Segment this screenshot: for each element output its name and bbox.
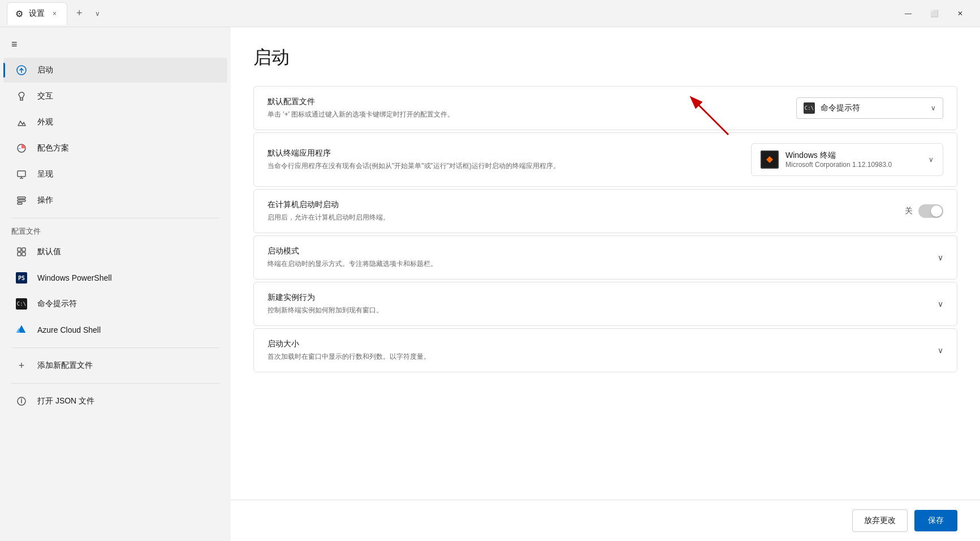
launch-size-text: 启动大小 首次加载时在窗口中显示的行数和列数。以字符度量。 [267, 339, 938, 362]
sidebar-add-profile-label: 添加新配置文件 [37, 360, 93, 371]
close-window-button[interactable]: ✕ [947, 5, 973, 23]
appearance-icon [15, 115, 28, 129]
sidebar-item-appearance[interactable]: 外观 [3, 110, 227, 135]
restore-button[interactable]: ⬜ [921, 5, 947, 23]
sidebar-powershell-label: Windows PowerShell [37, 273, 112, 282]
sidebar-divider-3 [11, 383, 219, 384]
powershell-icon: PS [15, 271, 28, 285]
add-tab-button[interactable]: + [72, 5, 87, 22]
dropdown-cmd-icon: C:\ [804, 102, 815, 114]
svg-rect-14 [22, 248, 25, 251]
close-tab-button[interactable]: × [50, 8, 59, 19]
sidebar-item-startup[interactable]: 启动 [3, 58, 227, 83]
tab-dropdown-button[interactable]: ∨ [92, 7, 103, 20]
default-app-desc: 当命令行应用程序在没有现有会话(例如从"开始菜单"或"运行"对话框)运行时启动的… [267, 161, 751, 171]
launch-mode-chevron-icon: ∨ [938, 253, 943, 262]
default-profile-desc: 单击 '+' 图标或通过键入新的选项卡键绑定时打开的配置文件。 [267, 109, 796, 119]
app-name: Windows 终端 [785, 151, 922, 161]
minimize-button[interactable]: — [895, 5, 921, 23]
sidebar-item-defaults[interactable]: 默认值 [3, 239, 227, 264]
startup-toggle[interactable] [918, 204, 943, 218]
toggle-knob [931, 205, 942, 217]
interact-icon [15, 89, 28, 103]
sidebar-item-render[interactable]: 呈现 [3, 162, 227, 187]
sidebar-colorscheme-label: 配色方案 [37, 143, 69, 153]
launch-mode-header[interactable]: 启动模式 终端在启动时的显示方式。专注将隐藏选项卡和标题栏。 ∨ [254, 236, 957, 279]
launch-size-desc: 首次加载时在窗口中显示的行数和列数。以字符度量。 [267, 351, 938, 362]
new-instance-card: 新建实例行为 控制新终端实例如何附加到现有窗口。 ∨ [253, 282, 957, 326]
launch-on-startup-text: 在计算机启动时启动 启用后，允许在计算机启动时启用终端。 [267, 200, 905, 222]
settings-tab[interactable]: ⚙ 设置 × [7, 2, 67, 25]
new-instance-desc: 控制新终端实例如何附加到现有窗口。 [267, 305, 938, 315]
svg-rect-13 [18, 252, 21, 256]
launch-on-startup-card: 在计算机启动时启动 启用后，允许在计算机启动时启用终端。 关 [253, 189, 957, 233]
sidebar-item-cmd[interactable]: C:\ 命令提示符 [3, 291, 227, 316]
tab-gear-icon: ⚙ [15, 8, 23, 19]
svg-rect-12 [18, 248, 21, 251]
launch-mode-card: 启动模式 终端在启动时的显示方式。专注将隐藏选项卡和标题栏。 ∨ [253, 235, 957, 280]
new-instance-chevron-icon: ∨ [938, 299, 943, 308]
launch-mode-title: 启动模式 [267, 246, 938, 256]
sidebar-item-open-json[interactable]: 打开 JSON 文件 [3, 389, 227, 414]
launch-size-chevron-icon: ∨ [938, 346, 943, 355]
sidebar-item-action[interactable]: 操作 [3, 188, 227, 213]
sidebar-item-interact[interactable]: 交互 [3, 84, 227, 109]
cmd-icon: C:\ [15, 297, 28, 311]
default-profile-control: C:\ 命令提示符 ∨ [796, 97, 943, 119]
app-picker-chevron-icon: ∨ [929, 156, 934, 164]
content-area: 启动 默认配置文件 单击 '+' 图标或通过键入新的选项卡键绑定时打开的配置文件… [231, 27, 980, 541]
launch-on-startup-desc: 启用后，允许在计算机启动时启用终端。 [267, 212, 905, 222]
default-profile-text: 默认配置文件 单击 '+' 图标或通过键入新的选项卡键绑定时打开的配置文件。 [267, 97, 796, 119]
sidebar-azure-label: Azure Cloud Shell [37, 325, 101, 334]
default-app-card: 默认终端应用程序 当命令行应用程序在没有现有会话(例如从"开始菜单"或"运行"对… [253, 132, 957, 187]
tab-label: 设置 [29, 8, 45, 19]
sidebar-startup-label: 启动 [37, 65, 53, 75]
default-profile-title: 默认配置文件 [267, 97, 796, 107]
launch-mode-desc: 终端在启动时的显示方式。专注将隐藏选项卡和标题栏。 [267, 259, 938, 269]
app-picker-control[interactable]: Windows 终端 Microsoft Corporation 1.12.10… [751, 143, 943, 176]
launch-on-startup-title: 在计算机启动时启动 [267, 200, 905, 210]
launch-size-card: 启动大小 首次加载时在窗口中显示的行数和列数。以字符度量。 ∨ [253, 328, 957, 372]
app-picker-icon [761, 151, 779, 169]
app-picker-info: Windows 终端 Microsoft Corporation 1.12.10… [785, 151, 922, 169]
new-instance-text: 新建实例行为 控制新终端实例如何附加到现有窗口。 [267, 293, 938, 315]
page-title: 启动 [253, 45, 957, 70]
default-profile-card: 默认配置文件 单击 '+' 图标或通过键入新的选项卡键绑定时打开的配置文件。 C… [253, 86, 957, 130]
svg-rect-10 [18, 200, 25, 201]
svg-rect-9 [18, 197, 25, 199]
dropdown-value: 命令提示符 [821, 103, 925, 113]
sidebar-item-colorscheme[interactable]: 配色方案 [3, 136, 227, 161]
sidebar-item-powershell[interactable]: PS Windows PowerShell [3, 265, 227, 290]
launch-size-title: 启动大小 [267, 339, 938, 349]
add-profile-icon: + [15, 359, 28, 372]
save-button[interactable]: 保存 [914, 510, 957, 531]
colorscheme-icon [15, 141, 28, 155]
sidebar-render-label: 呈现 [37, 169, 53, 179]
hamburger-button[interactable]: ≡ [0, 32, 231, 57]
sidebar-divider-1 [11, 218, 219, 218]
main-content: 启动 默认配置文件 单击 '+' 图标或通过键入新的选项卡键绑定时打开的配置文件… [231, 27, 980, 500]
titlebar: ⚙ 设置 × + ∨ — ⬜ ✕ [0, 0, 980, 27]
svg-rect-11 [18, 203, 22, 204]
launch-size-header[interactable]: 启动大小 首次加载时在窗口中显示的行数和列数。以字符度量。 ∨ [254, 329, 957, 372]
sidebar-divider-2 [11, 347, 219, 348]
sidebar-defaults-label: 默认值 [37, 247, 61, 257]
default-app-control: Windows 终端 Microsoft Corporation 1.12.10… [751, 143, 943, 176]
sidebar-item-azure[interactable]: Azure Cloud Shell [3, 317, 227, 342]
sidebar-item-add-profile[interactable]: + 添加新配置文件 [3, 353, 227, 378]
discard-button[interactable]: 放弃更改 [852, 509, 908, 532]
window-controls: — ⬜ ✕ [895, 5, 973, 23]
new-instance-header[interactable]: 新建实例行为 控制新终端实例如何附加到现有窗口。 ∨ [254, 282, 957, 325]
dropdown-chevron-icon: ∨ [931, 104, 936, 112]
launch-on-startup-control: 关 [905, 204, 943, 218]
sidebar-open-json-label: 打开 JSON 文件 [37, 396, 94, 406]
render-icon [15, 168, 28, 181]
toggle-label: 关 [905, 206, 913, 216]
new-instance-title: 新建实例行为 [267, 293, 938, 303]
default-profile-dropdown[interactable]: C:\ 命令提示符 ∨ [796, 97, 943, 119]
default-app-text: 默认终端应用程序 当命令行应用程序在没有现有会话(例如从"开始菜单"或"运行"对… [267, 148, 751, 171]
azure-icon [15, 323, 28, 337]
sidebar-interact-label: 交互 [37, 91, 53, 101]
launch-mode-text: 启动模式 终端在启动时的显示方式。专注将隐藏选项卡和标题栏。 [267, 246, 938, 269]
sidebar-appearance-label: 外观 [37, 117, 53, 127]
